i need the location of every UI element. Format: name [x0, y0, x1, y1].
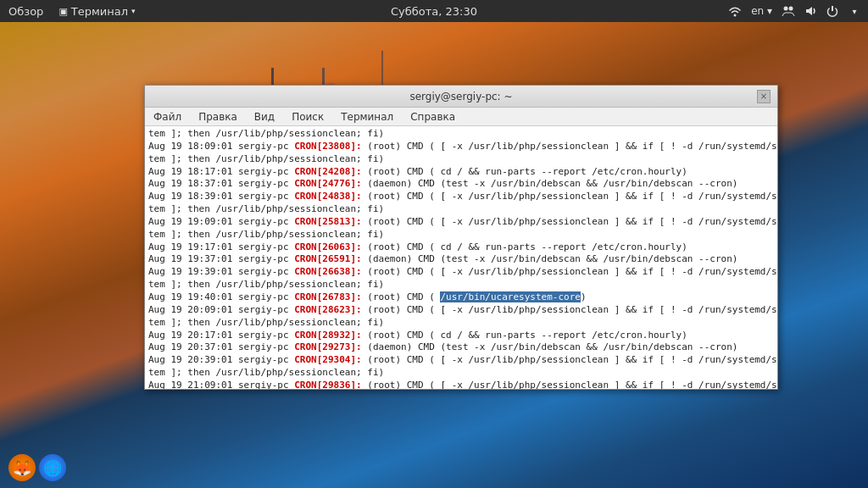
log-line: Aug 19 19:40:01 sergiy-pc CRON[26783]: (…: [148, 291, 774, 304]
datetime-display: Суббота, 23:30: [391, 5, 477, 18]
terminal-menu-button[interactable]: ▣ Терминал ▾: [55, 0, 138, 22]
log-line: tem ]; then /usr/lib/php/sessionclean; f…: [148, 128, 774, 141]
menu-view[interactable]: Вид: [251, 109, 278, 125]
dock: 🦊 🌐: [8, 454, 66, 481]
terminal-icon: ▣: [58, 6, 67, 17]
svg-point-1: [784, 7, 788, 11]
dock-icon-browser[interactable]: 🌐: [39, 454, 66, 481]
log-line: tem ]; then /usr/lib/php/sessionclean; f…: [148, 367, 774, 380]
svg-point-0: [734, 14, 737, 17]
log-line: Aug 19 18:09:01 sergiy-pc CRON[23808]: (…: [148, 141, 774, 153]
terminal-window: sergiy@sergiy-pc: ~ × Файл Правка Вид По…: [144, 85, 778, 390]
log-line: tem ]; then /usr/lib/php/sessionclean; f…: [148, 153, 774, 166]
log-line: tem ]; then /usr/lib/php/sessionclean; f…: [148, 279, 774, 291]
menu-terminal[interactable]: Терминал: [337, 109, 397, 125]
log-line: Aug 19 18:17:01 sergiy-pc CRON[24208]: (…: [148, 166, 774, 179]
terminal-dropdown-icon: ▾: [131, 7, 136, 15]
terminal-title: sergiy@sergiy-pc: ~: [409, 91, 512, 103]
menu-edit[interactable]: Правка: [195, 109, 241, 125]
menu-help[interactable]: Справка: [407, 109, 459, 125]
terminal-close-button[interactable]: ×: [757, 90, 771, 103]
terminal-body: tem ]; then /usr/lib/php/sessionclean; f…: [145, 126, 777, 389]
overview-label: Обзор: [8, 5, 43, 18]
svg-point-2: [789, 7, 793, 11]
log-line: Aug 19 19:09:01 sergiy-pc CRON[25813]: (…: [148, 216, 774, 229]
language-button[interactable]: en ▾: [748, 5, 775, 17]
log-line: Aug 19 18:37:01 sergiy-pc CRON[24776]: (…: [148, 178, 774, 191]
log-line: tem ]; then /usr/lib/php/sessionclean; f…: [148, 317, 774, 330]
menu-search[interactable]: Поиск: [288, 109, 327, 125]
network-icon[interactable]: [726, 3, 743, 19]
users-icon[interactable]: [780, 3, 797, 19]
log-line: Aug 19 19:37:01 sergiy-pc CRON[26591]: (…: [148, 253, 774, 266]
log-line: Aug 19 20:09:01 sergiy-pc CRON[28623]: (…: [148, 304, 774, 317]
log-line: Aug 19 19:17:01 sergiy-pc CRON[26063]: (…: [148, 241, 774, 254]
power-icon[interactable]: [824, 3, 841, 19]
panel-left: Обзор ▣ Терминал ▾: [0, 0, 139, 22]
terminal-titlebar: sergiy@sergiy-pc: ~ ×: [145, 86, 777, 108]
dock-icon-firefox[interactable]: 🦊: [8, 454, 36, 481]
log-line: Aug 19 21:09:01 sergiy-pc CRON[29836]: (…: [148, 380, 774, 389]
desktop: Обзор ▣ Терминал ▾ Суббота, 23:30 en ▾: [0, 0, 868, 488]
log-line: Aug 19 20:39:01 sergiy-pc CRON[29304]: (…: [148, 354, 774, 367]
log-line: tem ]; then /usr/lib/php/sessionclean; f…: [148, 203, 774, 216]
log-line: Aug 19 18:39:01 sergiy-pc CRON[24838]: (…: [148, 191, 774, 203]
log-line: Aug 19 19:39:01 sergiy-pc CRON[26638]: (…: [148, 266, 774, 279]
volume-icon[interactable]: [802, 3, 819, 19]
panel-right: en ▾: [726, 3, 868, 19]
top-panel: Обзор ▣ Терминал ▾ Суббота, 23:30 en ▾: [0, 0, 868, 22]
menu-file[interactable]: Файл: [150, 109, 185, 125]
log-line: Aug 19 20:37:01 sergiy-pc CRON[29273]: (…: [148, 341, 774, 354]
terminal-menu-label: Терминал: [71, 5, 128, 18]
log-line: Aug 19 20:17:01 sergiy-pc CRON[28932]: (…: [148, 330, 774, 342]
log-line: tem ]; then /usr/lib/php/sessionclean; f…: [148, 229, 774, 241]
overview-button[interactable]: Обзор: [5, 0, 47, 22]
settings-dropdown-icon[interactable]: ▾: [846, 3, 863, 19]
terminal-menubar: Файл Правка Вид Поиск Терминал Справка: [145, 108, 777, 126]
